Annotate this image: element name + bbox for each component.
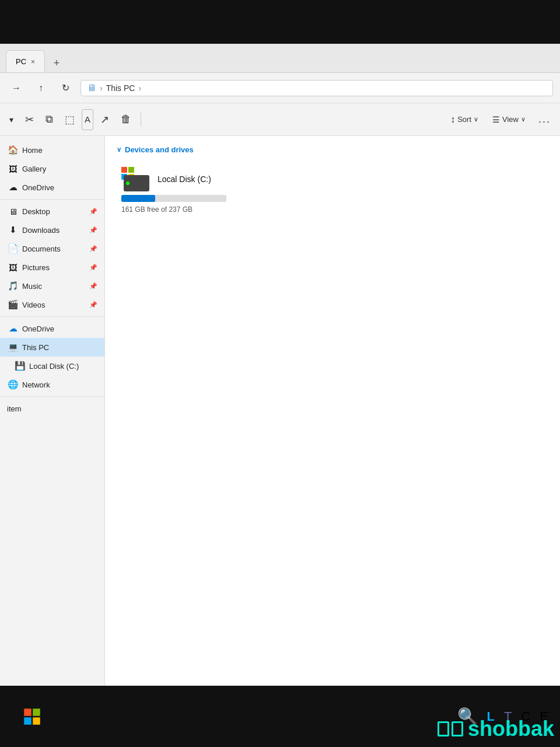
videos-pin-icon: 📌 bbox=[89, 301, 97, 309]
sidebar-item-network[interactable]: 🌐 Network bbox=[0, 375, 104, 394]
section-header-devices: ∨ Devices and drives bbox=[117, 145, 548, 154]
drive-label: Local Disk (C:) bbox=[158, 174, 211, 184]
rename-button[interactable]: A bbox=[82, 109, 93, 130]
view-chevron: ∨ bbox=[521, 116, 526, 123]
hdd-icon bbox=[124, 175, 149, 191]
sidebar-onedrive-label: OneDrive bbox=[22, 324, 54, 333]
copy-button[interactable]: ⧉ bbox=[41, 109, 58, 130]
shobbak-rect-left bbox=[438, 721, 449, 736]
desktop-icon: 🖥 bbox=[7, 207, 19, 217]
sidebar-documents-label: Documents bbox=[22, 245, 61, 253]
downloads-icon: ⬇ bbox=[7, 225, 19, 235]
sidebar-item-music[interactable]: 🎵 Music 📌 bbox=[0, 277, 104, 295]
sidebar-item-desktop[interactable]: 🖥 Desktop 📌 bbox=[0, 202, 104, 221]
sidebar-localdisk-label: Local Disk (C:) bbox=[29, 362, 79, 371]
localdisk-icon: 💾 bbox=[14, 361, 26, 371]
sort-chevron: ∨ bbox=[474, 116, 478, 123]
sidebar-item-thispc[interactable]: 💻 This PC bbox=[0, 338, 104, 357]
sidebar-thispc-label: This PC bbox=[22, 343, 49, 352]
delete-button[interactable]: 🗑 bbox=[116, 109, 136, 130]
pin-dropdown[interactable]: ▾ bbox=[5, 109, 18, 130]
sidebar-item-videos[interactable]: 🎬 Videos 📌 bbox=[0, 295, 104, 314]
sidebar-item-pictures[interactable]: 🖼 Pictures 📌 bbox=[0, 258, 104, 277]
section-chevron: ∨ bbox=[117, 146, 121, 153]
shobbak-watermark: shobbak bbox=[438, 717, 554, 741]
sidebar-item-onedrive-top[interactable]: ☁ OneDrive bbox=[0, 178, 104, 197]
path-thispc: This PC bbox=[106, 83, 135, 93]
start-button[interactable] bbox=[23, 708, 41, 725]
paste-button[interactable]: ⬚ bbox=[60, 109, 79, 130]
address-path[interactable]: 🖥 › This PC › bbox=[80, 80, 553, 96]
drive-progress-bar bbox=[121, 195, 226, 202]
documents-icon: 📄 bbox=[7, 243, 19, 254]
sidebar-item-gallery[interactable]: 🖼 Gallery bbox=[0, 159, 104, 178]
win-square-1 bbox=[121, 167, 127, 173]
sidebar-item-home[interactable]: 🏠 Home bbox=[0, 141, 104, 159]
onedrive-icon: ☁ bbox=[7, 323, 19, 334]
sidebar-divider-1 bbox=[0, 199, 104, 200]
refresh-button[interactable]: ↻ bbox=[56, 79, 75, 97]
videos-icon: 🎬 bbox=[7, 299, 19, 310]
sidebar-music-label: Music bbox=[22, 282, 42, 291]
section-label: Devices and drives bbox=[125, 145, 194, 154]
sidebar-item-onedrive[interactable]: ☁ OneDrive bbox=[0, 319, 104, 338]
sidebar: 🏠 Home 🖼 Gallery ☁ OneDrive 🖥 Desktop 📌 … bbox=[0, 136, 105, 686]
sidebar-pictures-label: Pictures bbox=[22, 263, 50, 272]
up-button[interactable]: ↑ bbox=[32, 79, 50, 97]
back-button[interactable]: → bbox=[7, 79, 26, 97]
sidebar-item-item[interactable]: item bbox=[0, 399, 104, 418]
home-icon: 🏠 bbox=[7, 145, 19, 155]
gallery-icon: 🖼 bbox=[7, 164, 19, 174]
pictures-icon: 🖼 bbox=[7, 263, 19, 273]
view-button[interactable]: ☰ View ∨ bbox=[487, 109, 531, 130]
drive-size-text: 161 GB free of 237 GB bbox=[121, 205, 192, 214]
sidebar-divider-3 bbox=[0, 396, 104, 397]
documents-pin-icon: 📌 bbox=[89, 245, 97, 253]
path-separator-2: › bbox=[138, 83, 141, 93]
svg-rect-2 bbox=[24, 717, 32, 725]
cut-button[interactable]: ✂ bbox=[20, 109, 38, 130]
sidebar-home-label: Home bbox=[22, 146, 43, 155]
address-bar: → ↑ ↻ 🖥 › This PC › bbox=[0, 73, 560, 103]
sidebar-desktop-label: Desktop bbox=[22, 207, 50, 216]
path-separator-1: › bbox=[100, 83, 103, 93]
tab-close-btn[interactable]: × bbox=[31, 58, 35, 66]
view-label: View bbox=[502, 115, 519, 124]
desktop-pin-icon: 📌 bbox=[89, 208, 97, 215]
svg-rect-1 bbox=[33, 708, 40, 716]
win-square-2 bbox=[128, 167, 134, 173]
share-button[interactable]: ↗ bbox=[96, 109, 114, 130]
sidebar-item-label: item bbox=[7, 404, 22, 413]
music-pin-icon: 📌 bbox=[89, 282, 97, 290]
tab-pc[interactable]: PC × bbox=[6, 50, 45, 72]
drive-progress-fill bbox=[121, 195, 155, 202]
network-icon: 🌐 bbox=[7, 379, 19, 390]
sidebar-videos-label: Videos bbox=[22, 301, 46, 309]
title-bar bbox=[0, 0, 560, 44]
shobbak-text: shobbak bbox=[468, 717, 554, 741]
drive-item-c[interactable]: Local Disk (C:) 161 GB free of 237 GB bbox=[117, 162, 245, 218]
sidebar-item-downloads[interactable]: ⬇ Downloads 📌 bbox=[0, 221, 104, 239]
content-area: ∨ Devices and drives bbox=[105, 136, 560, 686]
hdd-dot bbox=[126, 181, 130, 185]
sidebar-downloads-label: Downloads bbox=[22, 226, 60, 235]
tab-new-btn[interactable]: + bbox=[47, 54, 66, 72]
sidebar-network-label: Network bbox=[22, 381, 50, 389]
drive-icon-wrapper bbox=[121, 167, 152, 191]
tab-pc-label: PC bbox=[16, 57, 26, 66]
drive-info: Local Disk (C:) bbox=[121, 167, 211, 191]
shobbak-rect-right bbox=[452, 721, 463, 736]
main-content: 🏠 Home 🖼 Gallery ☁ OneDrive 🖥 Desktop 📌 … bbox=[0, 136, 560, 686]
sidebar-item-localdisk[interactable]: 💾 Local Disk (C:) bbox=[0, 357, 104, 375]
more-button[interactable]: ... bbox=[534, 109, 555, 130]
sidebar-divider-2 bbox=[0, 316, 104, 317]
sidebar-item-documents[interactable]: 📄 Documents 📌 bbox=[0, 239, 104, 258]
view-icon: ☰ bbox=[492, 115, 500, 124]
sort-button[interactable]: ↕ Sort ∨ bbox=[444, 109, 484, 130]
svg-rect-0 bbox=[24, 708, 32, 716]
onedrive-top-icon: ☁ bbox=[7, 182, 19, 193]
pictures-pin-icon: 📌 bbox=[89, 264, 97, 271]
taskbar: 🔍 L T C E shobbak bbox=[0, 686, 560, 747]
music-icon: 🎵 bbox=[7, 281, 19, 291]
sidebar-gallery-label: Gallery bbox=[22, 165, 46, 173]
